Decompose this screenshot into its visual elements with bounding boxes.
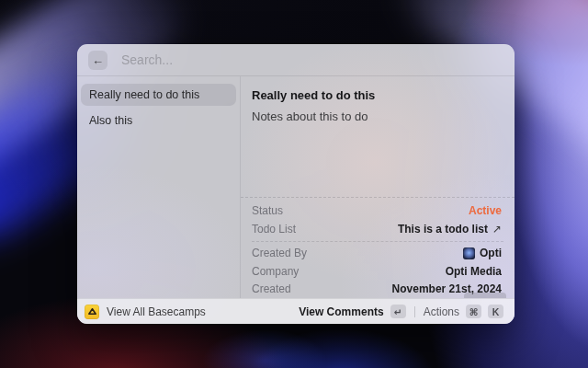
todo-list-link[interactable]: This is a todo list ↗	[398, 223, 502, 236]
actions-button[interactable]: Actions	[424, 305, 459, 318]
back-arrow-icon: ←	[92, 53, 104, 67]
creator-avatar	[463, 247, 475, 259]
sidebar-item-label: Also this	[89, 114, 132, 127]
back-button[interactable]: ←	[88, 51, 107, 70]
company-value: Opti Media	[446, 265, 502, 278]
creator-name: Opti	[480, 247, 502, 259]
view-all-basecamps-button[interactable]: View All Basecamps	[107, 305, 206, 318]
todo-list-value: This is a todo list	[398, 223, 488, 236]
metadata-row-todo-list: Todo List This is a todo list ↗	[252, 220, 502, 238]
metadata-divider	[252, 241, 503, 242]
window-body: Really need to do this Also this Really …	[77, 76, 514, 298]
metadata-row-status: Status Active	[252, 202, 502, 221]
metadata-section: Status Active Todo List This is a todo l…	[241, 197, 514, 299]
mountain-glyph	[87, 306, 97, 316]
metadata-label: Created	[252, 282, 291, 295]
metadata-label: Created By	[252, 247, 307, 259]
detail-spacer	[241, 123, 514, 197]
created-by-value: Opti	[463, 247, 502, 259]
detail-header: Really need to do this Notes about this …	[241, 76, 514, 123]
results-sidebar: Really need to do this Also this	[77, 76, 241, 298]
footer-bar: View All Basecamps View Comments ↵ Actio…	[77, 298, 514, 324]
footer-divider	[414, 306, 415, 317]
sidebar-item-label: Really need to do this	[89, 88, 199, 101]
sidebar-item-really-need-to-do-this[interactable]: Really need to do this	[81, 84, 236, 106]
status-badge: Active	[469, 204, 502, 217]
metadata-label: Status	[252, 204, 283, 217]
cmd-keycap: ⌘	[466, 305, 481, 318]
k-keycap: K	[488, 305, 503, 318]
view-comments-button[interactable]: View Comments	[299, 305, 383, 318]
open-external-icon: ↗	[492, 222, 502, 235]
search-bar: ←	[77, 44, 514, 76]
metadata-label: Company	[252, 265, 299, 278]
metadata-label: Todo List	[252, 223, 296, 236]
detail-pane: Really need to do this Notes about this …	[241, 76, 514, 298]
sidebar-item-also-this[interactable]: Also this	[81, 109, 236, 132]
command-palette-window: ← Really need to do this Also this Reall…	[77, 44, 514, 324]
metadata-row-company: Company Opti Media	[252, 262, 502, 281]
basecamp-icon	[85, 305, 99, 319]
detail-subtitle: Notes about this to do	[252, 109, 502, 123]
enter-keycap: ↵	[390, 305, 406, 318]
metadata-row-created-by: Created By Opti	[252, 245, 502, 263]
search-input[interactable]	[119, 52, 503, 68]
footer-actions: View Comments ↵ Actions ⌘ K	[299, 305, 503, 318]
detail-title: Really need to do this	[252, 88, 502, 102]
